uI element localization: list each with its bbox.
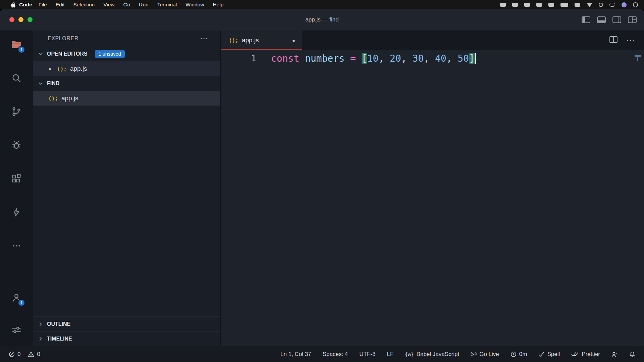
control-center-icon[interactable] [609, 3, 615, 7]
input-source-icon[interactable] [575, 3, 580, 7]
macos-menubar: Code File Edit Selection View Go Run Ter… [0, 0, 644, 9]
open-editors-section-header[interactable]: OPEN EDITORS 1 unsaved [33, 47, 220, 61]
keyboard-icon[interactable] [512, 3, 518, 7]
code-token-number: 30 [412, 53, 424, 64]
indentation-status[interactable]: Spaces: 4 [323, 351, 348, 358]
sidebar-item-live-server[interactable] [9, 205, 24, 220]
code-token-bracket-highlight: [ [362, 53, 367, 64]
menubar-status-tray [500, 2, 638, 7]
code-token-number: 20 [390, 53, 401, 64]
code-token-operator: = [350, 53, 356, 64]
lightning-icon [11, 207, 21, 218]
code-token-variable: numbers [305, 53, 344, 64]
menu-view[interactable]: View [99, 2, 119, 8]
split-editor-icon[interactable] [609, 36, 618, 44]
tab-bar: (); app.js ● ⋯ [221, 31, 644, 50]
stage-manager-icon[interactable] [536, 3, 542, 7]
wifi-icon[interactable] [587, 3, 592, 7]
go-live-status[interactable]: Go Live [471, 351, 499, 358]
editor-more-actions-icon[interactable]: ⋯ [626, 35, 635, 46]
prettier-status[interactable]: Prettier [571, 351, 600, 358]
toggle-primary-sidebar-icon[interactable] [582, 16, 590, 23]
explorer-sidebar: EXPLORER ⋯ OPEN EDITORS 1 unsaved ● (); … [33, 31, 221, 346]
broadcast-icon [471, 351, 477, 357]
open-editors-label: OPEN EDITORS [47, 51, 88, 57]
activity-more-button[interactable] [9, 238, 24, 253]
sidebar-item-source-control[interactable] [9, 104, 24, 119]
code-line-1: 1 const numbers = [10, 20, 30, 40, 50] [221, 51, 644, 66]
notifications-button[interactable] [629, 351, 635, 357]
code-token-punct: , [424, 53, 435, 64]
sidebar-item-run-debug[interactable] [9, 138, 24, 153]
spell-status[interactable]: Spell [538, 351, 560, 358]
chevron-down-icon [37, 51, 44, 57]
debug-bug-icon [11, 140, 22, 150]
file-item-filename: app.js [61, 95, 78, 102]
manage-settings-button[interactable] [9, 322, 24, 337]
warnings-count: 0 [37, 351, 40, 358]
braces-icon: {} [405, 351, 414, 357]
menu-help[interactable]: Help [208, 2, 228, 8]
apple-menu[interactable] [11, 2, 16, 8]
code-line-content: const numbers = [10, 20, 30, 40, 50] [271, 53, 476, 64]
display-icon[interactable] [524, 3, 530, 7]
outline-section-header[interactable]: OUTLINE [33, 316, 220, 331]
toggle-secondary-sidebar-icon[interactable] [612, 16, 621, 23]
cursor-position-status[interactable]: Ln 1, Col 37 [280, 351, 311, 358]
modified-dot-icon: ● [46, 66, 54, 71]
text-cursor [475, 53, 476, 64]
screen-recording-icon[interactable] [500, 3, 506, 7]
code-token-number: 40 [435, 53, 446, 64]
clock-icon[interactable] [633, 2, 638, 7]
menu-selection[interactable]: Selection [69, 2, 99, 8]
chevron-down-icon [37, 81, 44, 86]
tab-appjs[interactable]: (); app.js ● [221, 31, 302, 50]
menu-terminal[interactable]: Terminal [153, 2, 181, 8]
menu-window[interactable]: Window [181, 2, 208, 8]
spotlight-icon[interactable] [599, 3, 603, 7]
editor-group: (); app.js ● ⋯ 1 const numbers = [10, 20… [221, 31, 644, 346]
explorer-actions-more-icon[interactable]: ⋯ [200, 34, 208, 43]
language-mode-status[interactable]: {} Babel JavaScript [405, 351, 459, 358]
clock-icon [511, 351, 517, 357]
errors-count: 0 [17, 351, 20, 358]
tab-label: app.js [242, 37, 259, 44]
siri-icon[interactable] [622, 2, 627, 7]
code-editor[interactable]: 1 const numbers = [10, 20, 30, 40, 50] [221, 50, 644, 346]
search-icon [11, 73, 22, 83]
menubar-app-name[interactable]: Code [19, 2, 32, 8]
problems-errors[interactable]: 0 [9, 351, 20, 358]
unsaved-badge: 1 unsaved [95, 50, 125, 58]
workspace-folder-label: FIND [47, 80, 59, 86]
menu-file[interactable]: File [34, 2, 51, 8]
feedback-button[interactable] [611, 351, 618, 357]
encoding-status[interactable]: UTF-8 [359, 351, 375, 358]
sidebar-item-explorer[interactable]: 1 [9, 37, 24, 52]
sidebar-item-extensions[interactable] [9, 171, 24, 186]
code-token-keyword: const [271, 53, 299, 64]
workspace-section-header[interactable]: FIND [33, 76, 220, 91]
timer-status[interactable]: 0m [511, 351, 527, 358]
battery-icon[interactable] [560, 3, 568, 7]
file-item-appjs[interactable]: (); app.js [33, 91, 220, 106]
shortcuts-icon[interactable] [548, 3, 554, 7]
accounts-badge: 1 [18, 299, 25, 306]
code-token-plain [344, 53, 350, 64]
timeline-section-header[interactable]: TIMELINE [33, 331, 220, 346]
sidebar-item-search[interactable] [9, 71, 24, 85]
open-editor-item-appjs[interactable]: ● (); app.js [33, 61, 220, 76]
toggle-panel-icon[interactable] [597, 16, 606, 23]
explorer-badge: 1 [18, 46, 25, 53]
activity-bar: 1 [0, 31, 33, 346]
sidebar-title: EXPLORER [48, 36, 78, 42]
problems-warnings[interactable]: 0 [28, 351, 40, 358]
menu-go[interactable]: Go [119, 2, 135, 8]
outline-label: OUTLINE [47, 321, 70, 327]
vscode-window: app.js — find 1 [0, 9, 644, 362]
accounts-button[interactable]: 1 [9, 290, 24, 305]
menu-run[interactable]: Run [135, 2, 153, 8]
line-number: 1 [221, 53, 271, 63]
customize-layout-icon[interactable] [628, 16, 637, 23]
eol-status[interactable]: LF [387, 351, 393, 358]
menu-edit[interactable]: Edit [51, 2, 69, 8]
